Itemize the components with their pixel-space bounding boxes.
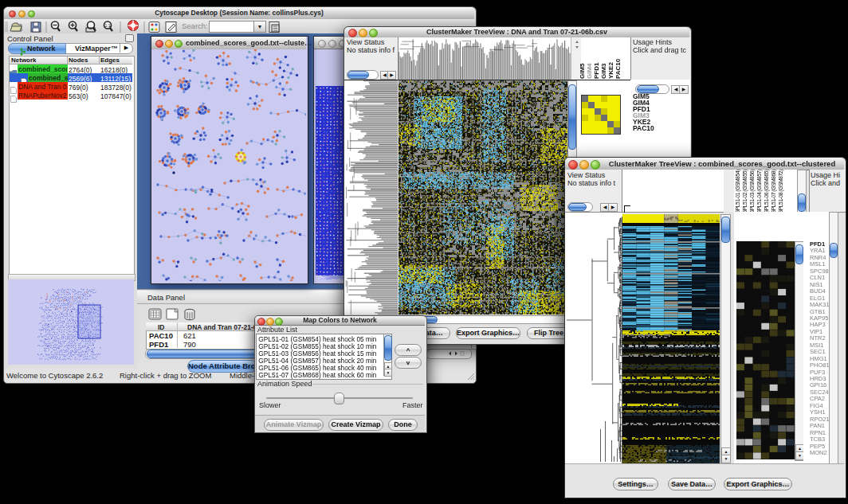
svg-text:1:1: 1:1: [105, 23, 111, 28]
